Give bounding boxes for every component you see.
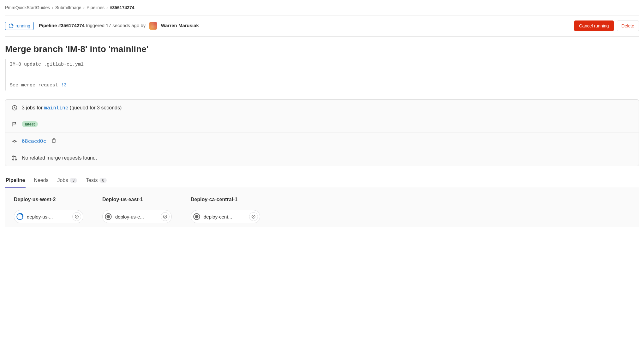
tab-label: Jobs (57, 178, 68, 183)
jobs-suffix: (queued for 3 seconds) (70, 105, 122, 110)
tab-label: Pipeline (6, 178, 25, 183)
status-badge-label: running (15, 23, 30, 28)
job-pill[interactable]: deploy-us-... (14, 210, 83, 223)
job-name: deploy-us-... (27, 214, 69, 219)
stage: Deploy-us-west-2 deploy-us-... (14, 197, 83, 223)
stage-name: Deploy-ca-central-1 (191, 197, 260, 202)
job-name: deploy-us-e... (115, 214, 158, 219)
info-row-jobs: 3 jobs for mainline (queued for 3 second… (5, 100, 639, 116)
clipboard-icon (51, 138, 56, 143)
jobs-count: 3 (22, 105, 25, 110)
svg-point-14 (195, 215, 198, 218)
latest-badge: latest (22, 121, 38, 127)
breadcrumb: PmmQuickStartGuides › SubmitImage › Pipe… (5, 5, 639, 15)
svg-point-11 (107, 215, 110, 218)
running-icon (16, 213, 23, 220)
job-cancel-button[interactable] (72, 212, 81, 221)
copy-sha-button[interactable] (51, 137, 57, 145)
svg-point-5 (13, 156, 14, 157)
stage-name: Deploy-us-west-2 (14, 197, 83, 202)
pipeline-author[interactable]: Warren Marusiak (161, 23, 199, 28)
breadcrumb-current: #356174274 (110, 5, 134, 10)
running-icon (9, 23, 14, 28)
delete-button[interactable]: Delete (617, 20, 639, 31)
commit-message: IM-8 update .gitlab-ci.yml See merge req… (5, 59, 639, 90)
breadcrumb-item[interactable]: PmmQuickStartGuides (5, 5, 50, 10)
tab-badge: 3 (70, 178, 77, 183)
cancel-icon (251, 214, 256, 219)
pipeline-header: running Pipeline #356174274 triggered 17… (5, 15, 639, 37)
svg-point-6 (13, 159, 14, 160)
info-row-mr: No related merge requests found. (5, 150, 639, 166)
stage: Deploy-ca-central-1 deploy-cent... (191, 197, 260, 223)
jobs-prefix: jobs for (26, 105, 42, 110)
status-badge-running[interactable]: running (5, 22, 34, 30)
commit-icon (12, 138, 17, 144)
mr-text: No related merge requests found. (22, 155, 97, 161)
info-row-latest: latest (5, 116, 639, 132)
job-cancel-button[interactable] (249, 212, 258, 221)
tab-badge: 0 (99, 178, 107, 183)
tab-tests[interactable]: Tests 0 (85, 174, 107, 188)
flag-icon (12, 121, 17, 127)
pipeline-info-box: 3 jobs for mainline (queued for 3 second… (5, 99, 639, 166)
tab-needs[interactable]: Needs (33, 174, 49, 188)
breadcrumb-item[interactable]: SubmitImage (55, 5, 81, 10)
pipeline-id: Pipeline #356174274 (39, 23, 85, 28)
cancel-icon (163, 214, 167, 219)
job-status-running (16, 213, 24, 220)
merge-request-icon (12, 155, 17, 161)
job-status-manual (193, 213, 200, 220)
pipeline-header-left: running Pipeline #356174274 triggered 17… (5, 22, 199, 30)
manual-icon (193, 213, 200, 220)
tab-label: Tests (86, 178, 98, 183)
page-title: Merge branch 'IM-8' into 'mainline' (5, 44, 639, 54)
jobs-summary: 3 jobs for mainline (queued for 3 second… (22, 105, 122, 111)
job-name: deploy-cent... (204, 214, 246, 219)
cancel-running-button[interactable]: Cancel running (574, 20, 613, 31)
header-actions: Cancel running Delete (574, 20, 639, 31)
branch-link[interactable]: mainline (44, 105, 68, 111)
job-cancel-button[interactable] (161, 212, 170, 221)
pipeline-graph: Deploy-us-west-2 deploy-us-... Deploy-us… (5, 188, 639, 227)
svg-point-2 (14, 140, 15, 142)
svg-point-7 (15, 159, 17, 160)
job-pill[interactable]: deploy-cent... (191, 210, 260, 223)
job-pill[interactable]: deploy-us-e... (102, 210, 172, 223)
breadcrumb-separator: › (106, 5, 108, 10)
job-status-manual (104, 213, 112, 220)
clock-icon (12, 105, 17, 111)
commit-message-line: IM-8 update .gitlab-ci.yml (10, 59, 639, 70)
stage: Deploy-us-east-1 deploy-us-e... (102, 197, 172, 223)
cancel-icon (75, 214, 79, 219)
stage-name: Deploy-us-east-1 (102, 197, 172, 202)
breadcrumb-separator: › (83, 5, 85, 10)
pipeline-info: Pipeline #356174274 triggered 17 seconds… (39, 22, 199, 30)
info-row-commit: 68cacd0c (5, 132, 639, 150)
avatar[interactable] (149, 22, 157, 30)
manual-icon (105, 213, 112, 220)
merge-request-link[interactable]: !3 (61, 83, 67, 88)
breadcrumb-separator: › (52, 5, 53, 10)
tabs: Pipeline Needs Jobs 3 Tests 0 (5, 174, 639, 188)
commit-sha-link[interactable]: 68cacd0c (22, 138, 46, 144)
tab-label: Needs (34, 178, 48, 183)
commit-mr-prefix: See merge request (10, 83, 61, 88)
tab-jobs[interactable]: Jobs 3 (57, 174, 78, 188)
tab-pipeline[interactable]: Pipeline (5, 174, 26, 188)
commit-message-line: See merge request !3 (10, 80, 639, 90)
pipeline-triggered-text: triggered 17 seconds ago by (86, 23, 146, 28)
breadcrumb-item[interactable]: Pipelines (86, 5, 104, 10)
